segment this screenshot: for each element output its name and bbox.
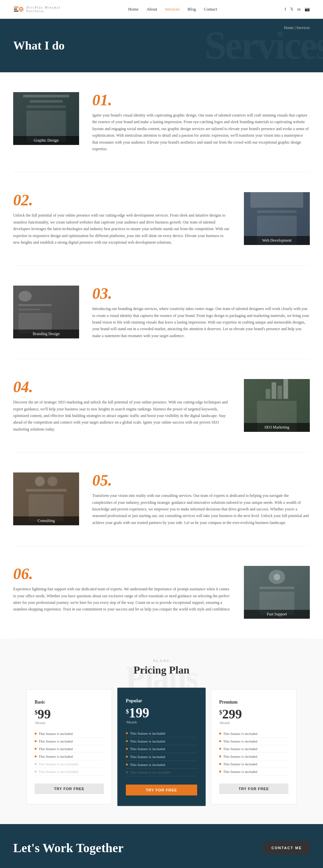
social-facebook[interactable]: f	[285, 7, 286, 12]
cta-contact-button[interactable]: CONTACT ME	[263, 841, 310, 855]
service-content-2: 02. Unlock the full potential of your on…	[13, 192, 231, 246]
service-label-6: Fast Support	[244, 610, 310, 619]
service-content-3: 03. Introducing our branding design serv…	[92, 286, 310, 339]
pricing-btn-popular[interactable]: TRY FOR FREE	[126, 784, 197, 795]
service-label-4: SEO Marketing	[244, 423, 310, 432]
pricing-btn-premium[interactable]: TRY FOR FREE	[219, 783, 288, 794]
hero-section: Services What I do Home | Services	[0, 19, 323, 72]
social-twitter[interactable]: 𝕏	[290, 7, 293, 12]
nav-home[interactable]: Home	[128, 7, 139, 12]
feature-item: This feature is included	[126, 761, 197, 769]
pricing-price-premium: $299	[219, 708, 288, 721]
feature-item: This feature is included	[35, 745, 104, 753]
navbar: DiviPlus Minimal Portfolio Home About Se…	[0, 0, 323, 19]
pricing-features-premium: This feature is included This feature is…	[219, 730, 288, 776]
social-linkedin[interactable]: in	[297, 7, 300, 12]
pricing-title-wrap: Plans Plans Pricing Plan	[13, 659, 310, 676]
service-text-2: Unlock the full potential of your online…	[13, 212, 231, 246]
service-number-3: 03.	[92, 286, 310, 302]
service-content-1: 01. Ignite your brand's visual identity …	[92, 92, 310, 152]
feature-item: This feature is included	[219, 761, 288, 768]
logo[interactable]: DiviPlus Minimal Portfolio	[13, 4, 61, 14]
feature-item: This feature is included	[126, 753, 197, 761]
feature-item: This feature is included	[35, 753, 104, 761]
pricing-card-popular: Popular $199 /Month This feature is incl…	[117, 688, 206, 806]
pricing-price-popular: $199	[126, 707, 197, 720]
feature-item: This feature is included	[126, 737, 197, 745]
service-text-4: Discover the art of strategic SEO market…	[13, 399, 231, 433]
nav-services[interactable]: Services	[165, 7, 180, 12]
service-fast-support: Fast Support 06. Experience lightning-fa…	[13, 546, 310, 639]
service-text-6: Experience lightning-fast support with o…	[13, 586, 231, 613]
nav-logo-title: Portfolio	[26, 9, 61, 13]
pricing-price-basic: $99	[35, 708, 104, 721]
pricing-features-basic: This feature is included This feature is…	[35, 730, 104, 776]
feature-item: This feature is included	[219, 753, 288, 761]
service-number-6: 06.	[13, 566, 231, 582]
svg-rect-0	[14, 7, 19, 8]
pricing-btn-basic[interactable]: TRY FOR FREE	[35, 783, 104, 794]
pricing-card-name-popular: Popular	[126, 698, 197, 704]
feature-item: This feature is included	[35, 730, 104, 738]
pricing-features-popular: This feature is included This feature is…	[126, 730, 197, 777]
pricing-section: Plans Plans Pricing Plan Basic $99 /Mont…	[0, 639, 323, 824]
pricing-card-basic: Basic $99 /Month This feature is include…	[26, 689, 112, 804]
service-number-1: 01.	[92, 92, 310, 108]
service-branding: Branding Design 03. Introducing our bran…	[13, 266, 310, 359]
service-number-5: 05.	[92, 472, 310, 488]
services-container: Graphic Design 01. Ignite your brand's v…	[0, 72, 323, 639]
pricing-title: Pricing Plan	[13, 664, 310, 676]
service-image-branding: Branding Design	[13, 286, 79, 338]
service-label-2: Web Development	[244, 236, 310, 245]
feature-item: This feature is included	[219, 738, 288, 745]
service-number-2: 02.	[13, 192, 231, 208]
service-number-4: 04.	[13, 379, 231, 395]
pricing-period-popular: /Month	[126, 720, 197, 724]
service-text-3: Introducing our branding design services…	[92, 305, 310, 339]
feature-item-disabled: This feature is not included	[126, 769, 197, 777]
feature-item-disabled: This feature is not included	[35, 761, 104, 768]
service-seo: SEO Marketing 04. Discover the art of st…	[13, 359, 310, 453]
nav-social: f 𝕏 in 📷	[285, 7, 310, 12]
pricing-card-name-premium: Premium	[219, 700, 288, 705]
service-text-5: Transform your vision into reality with …	[92, 492, 310, 526]
service-image-seo: SEO Marketing	[244, 379, 310, 432]
feature-item: This feature is included	[219, 730, 288, 738]
pricing-cards: Basic $99 /Month This feature is include…	[13, 689, 310, 804]
nav-links: Home About Services Blog Contact	[128, 7, 217, 12]
cta-title: Let's Work Together	[13, 841, 123, 855]
service-image-graphic-design: Graphic Design	[13, 92, 79, 145]
service-label-3: Branding Design	[13, 330, 79, 338]
cta-section: Let's Work Together CONTACT ME	[0, 824, 323, 868]
page-title: What I do	[13, 39, 310, 53]
svg-rect-2	[14, 10, 19, 11]
logo-icon	[13, 4, 24, 14]
service-image-fast-support: Fast Support	[244, 566, 310, 619]
feature-item: This feature is included	[35, 738, 104, 745]
service-image-web-dev: Web Development	[244, 192, 310, 245]
feature-item-disabled: This feature is not included	[35, 768, 104, 776]
feature-item: This feature is included	[126, 730, 197, 738]
pricing-period-premium: /Month	[219, 721, 288, 725]
nav-blog[interactable]: Blog	[187, 7, 196, 12]
service-image-consulting: Consulting	[13, 472, 79, 525]
service-label-5: Consulting	[13, 516, 79, 525]
service-label-1: Graphic Design	[13, 136, 79, 145]
feature-item: This feature is included	[219, 768, 288, 776]
service-text-1: Ignite your brand's visual identity with…	[92, 112, 310, 152]
service-graphic-design: Graphic Design 01. Ignite your brand's v…	[13, 72, 310, 172]
nav-about[interactable]: About	[146, 7, 157, 12]
pricing-period-basic: /Month	[35, 721, 104, 725]
pricing-card-premium: Premium $299 /Month This feature is incl…	[211, 689, 297, 804]
pricing-card-name-basic: Basic	[35, 700, 104, 705]
service-content-4: 04. Discover the art of strategic SEO ma…	[13, 379, 231, 433]
service-content-5: 05. Transform your vision into reality w…	[92, 472, 310, 526]
feature-item: This feature is included	[126, 745, 197, 753]
service-content-6: 06. Experience lightning-fast support wi…	[13, 566, 231, 613]
feature-item: This feature is included	[219, 745, 288, 753]
svg-rect-1	[14, 8, 17, 9]
service-consulting: Consulting 05. Transform your vision int…	[13, 453, 310, 546]
social-instagram[interactable]: 📷	[304, 7, 310, 12]
service-web-development: Web Development 02. Unlock the full pote…	[13, 172, 310, 266]
nav-contact[interactable]: Contact	[204, 7, 217, 12]
